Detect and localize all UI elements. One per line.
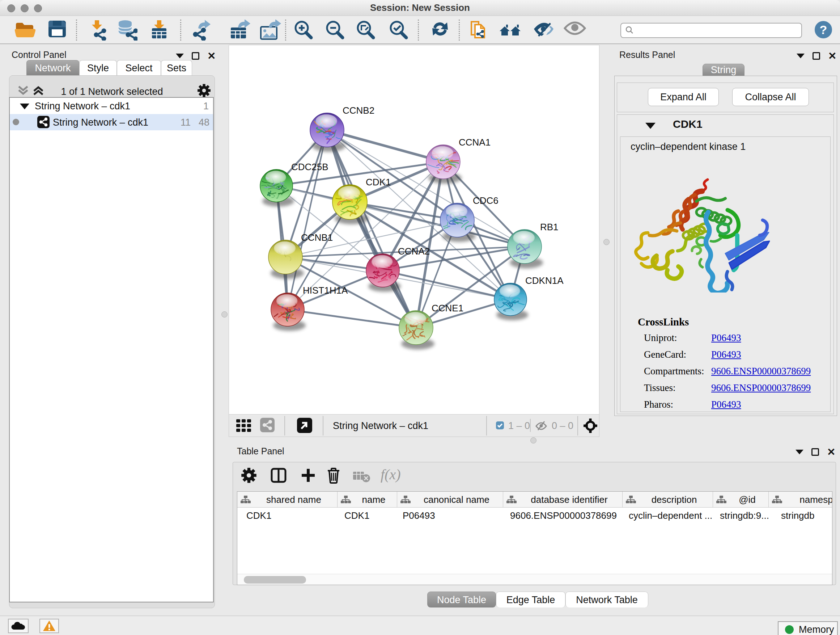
svg-text:CCNB1: CCNB1	[301, 232, 333, 243]
svg-text:CDKN1A: CDKN1A	[525, 275, 564, 286]
svg-text:CCNB2: CCNB2	[343, 105, 374, 116]
svg-text:CDC6: CDC6	[473, 195, 499, 206]
svg-text:HIST1H1A: HIST1H1A	[303, 285, 348, 296]
svg-text:RB1: RB1	[540, 222, 559, 233]
svg-text:CCNA1: CCNA1	[459, 137, 491, 148]
svg-text:CDC25B: CDC25B	[291, 162, 328, 172]
svg-text:CCNE1: CCNE1	[431, 302, 463, 314]
svg-text:CCNA2: CCNA2	[398, 246, 430, 257]
svg-text:CDK1: CDK1	[366, 177, 391, 187]
